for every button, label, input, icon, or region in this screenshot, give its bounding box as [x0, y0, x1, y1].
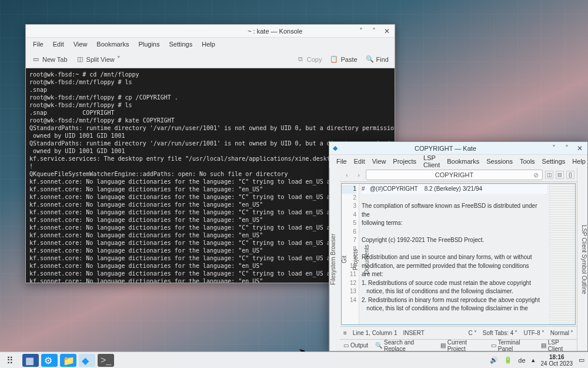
tool-terminal-panel[interactable]: ▭ Terminal Panel	[491, 339, 534, 352]
menu-sessions[interactable]: Sessions	[486, 158, 513, 165]
split-horizontal-icon[interactable]: ◫	[545, 171, 553, 179]
tab-prev-button[interactable]: ‹	[342, 171, 352, 178]
minimize-icon[interactable]: ˅	[357, 27, 365, 35]
copy-icon: ⧉	[296, 55, 305, 64]
paste-button[interactable]: 📋Paste	[330, 55, 357, 64]
tool-current-project[interactable]: ▤ Current Project	[440, 339, 484, 352]
menu-lsp-client[interactable]: LSP Client	[423, 154, 440, 168]
sidebar-documents[interactable]: Documents	[363, 244, 370, 274]
tab-close-icon[interactable]: ⊘	[533, 171, 539, 179]
chevron-down-icon: ˅	[570, 330, 573, 336]
edit-mode[interactable]: INSERT	[403, 330, 425, 336]
encoding[interactable]: UTF-8 ˅	[523, 330, 544, 336]
menu-view[interactable]: View	[372, 158, 386, 165]
keyboard-layout[interactable]: de	[518, 357, 525, 364]
kate-editor[interactable]: 1234567891011121314 # @(#)COPYRIGHT 8.2 …	[341, 183, 576, 325]
menu-view[interactable]: View	[74, 41, 88, 48]
close-icon[interactable]: ✕	[576, 144, 584, 152]
show-desktop-icon[interactable]: ▭	[579, 356, 584, 364]
tab-next-button[interactable]: ›	[354, 171, 363, 178]
konsole-toolbar: ▭New Tab ◫Split View ˅ ⧉Copy 📋Paste 🔍Fin…	[26, 51, 395, 68]
split-vertical-icon[interactable]: ⊟	[556, 171, 564, 179]
new-tab-button[interactable]: ▭New Tab	[32, 55, 68, 64]
indent-mode[interactable]: Soft Tabs: 4 ˅	[483, 330, 518, 336]
chevron-down-icon: ˅	[474, 330, 477, 336]
sidebar-lsp-outline[interactable]: LSP Client Symbol Outline	[581, 225, 587, 294]
split-view-button[interactable]: ◫Split View ˅	[76, 55, 121, 64]
chevron-down-icon: ˅	[117, 55, 121, 63]
tool-search-replace[interactable]: 🔍 Search and Replace	[375, 339, 433, 352]
file-type[interactable]: C ˅	[469, 330, 477, 336]
kate-statusbar: ≡ Line 1, Column 1 INSERT C ˅ Soft Tabs:…	[340, 326, 577, 339]
menu-bookmarks[interactable]: Bookmarks	[447, 158, 479, 165]
close-icon[interactable]: ✕	[383, 27, 391, 35]
sidebar-git[interactable]: Git	[341, 256, 348, 263]
menu-settings[interactable]: Settings	[542, 158, 566, 165]
minimize-icon[interactable]: ˅	[550, 144, 558, 152]
battery-icon[interactable]: 🔋	[504, 356, 512, 364]
menu-edit[interactable]: Edit	[354, 158, 365, 165]
kate-left-sidebar: Filesystem Browser Git Projects Document…	[329, 168, 340, 351]
tray-expand-icon[interactable]: ▴	[532, 356, 535, 364]
taskbar: ⠿ ▦ ⚙ 📁 ◆ >_ 🔊 🔋 de ▴ 18:16 24 Oct 2023 …	[0, 352, 588, 368]
kate-app-icon: ◆	[333, 144, 341, 152]
menu-settings[interactable]: Settings	[169, 41, 192, 48]
paste-icon: 📋	[330, 55, 338, 64]
kate-window: ◆ COPYRIGHT — Kate ˅ ˄ ✕ File Edit View …	[329, 141, 588, 352]
editor-text-area[interactable]: # @(#)COPYRIGHT 8.2 (Berkeley) 3/21/94 T…	[359, 184, 549, 324]
clock[interactable]: 18:16 24 Oct 2023	[541, 354, 573, 367]
chevron-down-icon: ˅	[542, 330, 544, 336]
menu-projects[interactable]: Projects	[393, 158, 416, 165]
kate-titlebar[interactable]: ◆ COPYRIGHT — Kate ˅ ˄ ✕	[329, 142, 587, 155]
konsole-titlebar[interactable]: ~ : kate — Konsole ˅ ˄ ✕	[26, 25, 395, 38]
tab-options-icon[interactable]: {}	[566, 171, 574, 179]
system-settings-icon[interactable]: ⚙	[41, 354, 58, 367]
tool-output[interactable]: ▭ Output	[343, 342, 368, 349]
kate-menubar: File Edit View Projects LSP Client Bookm…	[329, 155, 587, 168]
tab-copyright[interactable]: COPYRIGHT ⊘	[366, 170, 543, 180]
menu-plugins[interactable]: Plugins	[138, 41, 159, 48]
hamburger-icon[interactable]: ≡	[343, 330, 347, 336]
kate-bottom-toolbar: ▭ Output 🔍 Search and Replace ▤ Current …	[340, 339, 577, 351]
minimap[interactable]	[549, 184, 575, 324]
konsole-title: ~ : kate — Konsole	[193, 28, 358, 35]
split-view-icon: ◫	[76, 55, 84, 64]
eol-mode[interactable]: Normal ˅	[550, 330, 573, 336]
menu-help[interactable]: Help	[572, 158, 586, 165]
kate-taskbar-icon[interactable]: ◆	[79, 354, 95, 367]
cursor-position[interactable]: Line 1, Column 1	[353, 330, 397, 336]
maximize-icon[interactable]: ˄	[563, 144, 571, 152]
kate-title: COPYRIGHT — Kate	[341, 145, 550, 152]
menu-tools[interactable]: Tools	[520, 158, 535, 165]
search-icon: 🔍	[366, 55, 374, 64]
menu-bookmarks[interactable]: Bookmarks	[96, 41, 129, 48]
sidebar-projects[interactable]: Projects	[352, 248, 359, 270]
konsole-menubar: File Edit View Bookmarks Plugins Setting…	[26, 38, 395, 51]
file-manager-icon[interactable]: 📁	[60, 354, 76, 367]
app-launcher-button[interactable]: ⠿	[4, 354, 20, 367]
kate-right-sidebar: LSP Client Symbol Outline	[577, 168, 587, 351]
new-tab-icon: ▭	[32, 55, 40, 64]
menu-file[interactable]: File	[336, 158, 347, 165]
menu-edit[interactable]: Edit	[53, 41, 64, 48]
volume-icon[interactable]: 🔊	[490, 356, 498, 364]
copy-button[interactable]: ⧉Copy	[296, 55, 322, 64]
tab-label: COPYRIGHT	[435, 171, 473, 178]
tool-lsp-client[interactable]: ▤ LSP Client	[541, 339, 573, 352]
maximize-icon[interactable]: ˄	[370, 27, 378, 35]
chevron-down-icon: ˅	[514, 330, 517, 336]
find-button[interactable]: 🔍Find	[366, 55, 389, 64]
task-manager-icon[interactable]: ▦	[22, 354, 39, 367]
sidebar-filesystem-browser[interactable]: Filesystem Browser	[330, 234, 336, 285]
menu-help[interactable]: Help	[202, 41, 215, 48]
menu-file[interactable]: File	[33, 41, 44, 48]
konsole-taskbar-icon[interactable]: >_	[98, 354, 114, 367]
kate-tabbar: ‹ › COPYRIGHT ⊘ ◫ ⊟ {}	[340, 168, 577, 182]
